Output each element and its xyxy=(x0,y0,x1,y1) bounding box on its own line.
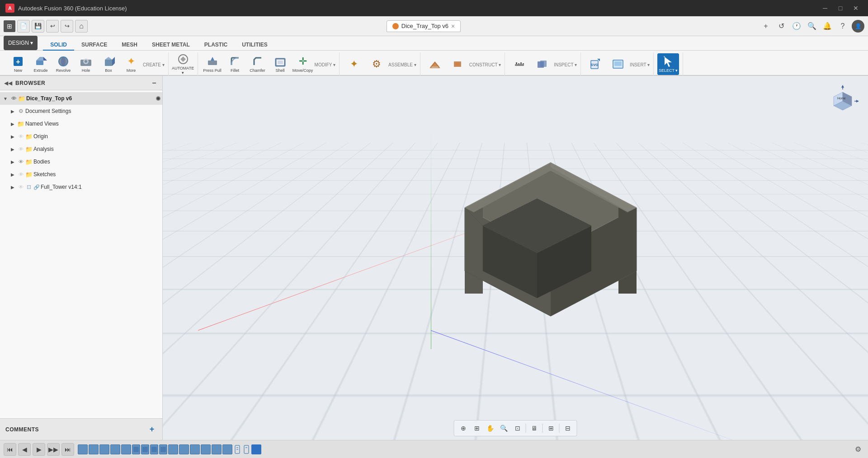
refresh-button[interactable]: ↺ xyxy=(775,20,788,33)
zoom-button[interactable]: 🔍 xyxy=(498,422,510,435)
minimize-button[interactable]: ─ xyxy=(818,3,832,13)
tab-sheet-metal[interactable]: SHEET METAL xyxy=(145,40,197,51)
timeline-step-back-button[interactable]: ◀ xyxy=(18,443,31,456)
tree-item-origin[interactable]: ▶ 👁 📁 Origin xyxy=(0,130,162,143)
move-copy-button[interactable]: ✛ Move/Copy xyxy=(292,53,314,75)
viewport[interactable]: Home ⊕ ⊞ ✋ 🔍 ⊡ 🖥 ⊞ ⊟ xyxy=(163,76,868,440)
orbit-button[interactable]: ⊕ xyxy=(457,422,470,435)
tree-item-document-settings[interactable]: ▶ ⚙ Document Settings xyxy=(0,105,162,117)
timeline-marker-4[interactable] xyxy=(110,444,120,454)
timeline-marker-15[interactable] xyxy=(222,444,232,454)
timeline-marker-13[interactable] xyxy=(201,444,211,454)
timeline-marker-active[interactable] xyxy=(251,444,261,454)
home-button[interactable]: ⌂ xyxy=(75,20,88,33)
box-button[interactable]: Box xyxy=(98,53,119,75)
browser-collapse-button[interactable]: ◀◀ xyxy=(4,79,13,88)
redo-button[interactable]: ↪ xyxy=(61,20,73,33)
timeline-marker-11[interactable] xyxy=(179,444,189,454)
new-component2-button[interactable]: ✦ xyxy=(343,53,365,75)
add-tab-button[interactable]: + xyxy=(760,20,772,33)
timeline-marker-10[interactable] xyxy=(168,444,178,454)
shell-button[interactable]: Shell xyxy=(269,53,291,75)
tab-surface[interactable]: SURFACE xyxy=(74,40,114,51)
timeline-marker-7[interactable] xyxy=(141,444,149,454)
timeline-marker-chain-2[interactable] xyxy=(242,444,250,454)
bodies-visibility-icon[interactable]: 👁 xyxy=(17,158,24,165)
display-settings-button[interactable]: 🖥 xyxy=(528,422,541,435)
timeline-marker-3[interactable] xyxy=(99,444,109,454)
tab-utilities[interactable]: UTILITIES xyxy=(235,40,275,51)
zoom-fit-button[interactable]: ⊡ xyxy=(511,422,524,435)
document-tab[interactable]: Dice_Tray_Top v6 × xyxy=(387,20,461,32)
chamfer-button[interactable]: Chamfer xyxy=(247,53,269,75)
timeline-marker-8[interactable] xyxy=(150,444,158,454)
select-button[interactable]: SELECT ▾ xyxy=(657,53,679,75)
pan-button[interactable]: ✋ xyxy=(484,422,497,435)
bodies-expander[interactable]: ▶ xyxy=(9,158,16,165)
timeline-marker-chain-1[interactable] xyxy=(233,444,241,454)
timeline-play-button[interactable]: ▶ xyxy=(33,443,45,456)
timeline-step-forward-button[interactable]: ▶▶ xyxy=(47,443,60,456)
tree-item-sketches[interactable]: ▶ 👁 📁 Sketches xyxy=(0,168,162,181)
tab-close-button[interactable]: × xyxy=(451,23,455,30)
help-button[interactable]: ? xyxy=(836,20,849,33)
insert-svg-button[interactable]: SVG xyxy=(585,53,606,75)
tree-item-full-tower[interactable]: ▶ 👁 ⊡ 🔗 Full_Tower v14:1 xyxy=(0,181,162,193)
origin-expander[interactable]: ▶ xyxy=(9,133,16,140)
close-button[interactable]: ✕ xyxy=(849,3,863,13)
tree-item-bodies[interactable]: ▶ 👁 📁 Bodies xyxy=(0,155,162,168)
full-tower-expander[interactable]: ▶ xyxy=(9,183,16,191)
viewcube[interactable]: Home xyxy=(825,83,861,119)
axis-button[interactable] xyxy=(447,53,468,75)
timeline-marker-2[interactable] xyxy=(89,444,99,454)
grid-settings-button[interactable]: ⊞ xyxy=(545,422,557,435)
timeline-marker-14[interactable] xyxy=(212,444,222,454)
new-component-button[interactable]: + New xyxy=(7,53,29,75)
analysis-visibility-icon[interactable]: 👁 xyxy=(17,145,24,153)
revolve-button[interactable]: Revolve xyxy=(52,53,74,75)
tab-solid[interactable]: SOLID xyxy=(43,40,74,51)
search-button[interactable]: 🔍 xyxy=(806,20,818,33)
timeline-fast-forward-button[interactable]: ⏭ xyxy=(61,443,74,456)
offset-plane-button[interactable] xyxy=(424,53,446,75)
timeline-marker-9[interactable] xyxy=(159,444,167,454)
comments-add-button[interactable]: + xyxy=(147,425,157,435)
app-grid-button[interactable]: ⊞ xyxy=(4,20,15,32)
timeline-marker-12[interactable] xyxy=(190,444,200,454)
tab-plastic[interactable]: PLASTIC xyxy=(197,40,235,51)
origin-visibility-icon[interactable]: 👁 xyxy=(17,133,24,140)
look-at-button[interactable]: ⊞ xyxy=(471,422,483,435)
save-button[interactable]: 💾 xyxy=(32,20,44,33)
hole-button[interactable]: Hole xyxy=(75,53,97,75)
timeline-marker-6[interactable] xyxy=(132,444,140,454)
new-button[interactable]: 📄 xyxy=(17,20,30,33)
timeline-settings-button[interactable]: ⚙ xyxy=(852,443,864,456)
more-create-button[interactable]: ✦ More xyxy=(120,53,142,75)
undo-button[interactable]: ↩ xyxy=(46,20,59,33)
tab-mesh[interactable]: MESH xyxy=(114,40,145,51)
root-visibility-icon[interactable]: 👁 xyxy=(10,95,17,102)
timeline-marker-5[interactable] xyxy=(121,444,131,454)
timeline-marker-1[interactable] xyxy=(78,444,88,454)
interference-button[interactable] xyxy=(531,53,553,75)
tree-item-named-views[interactable]: ▶ 📁 Named Views xyxy=(0,117,162,130)
maximize-button[interactable]: □ xyxy=(834,3,847,13)
fillet-button[interactable]: Fillet xyxy=(224,53,246,75)
sketches-visibility-icon[interactable]: 👁 xyxy=(17,171,24,178)
root-expander[interactable]: ▼ xyxy=(2,95,9,102)
named-views-expander[interactable]: ▶ xyxy=(9,120,16,127)
insert-canvas-button[interactable] xyxy=(607,53,629,75)
design-workspace-button[interactable]: DESIGN ▾ xyxy=(4,36,38,50)
joint-button[interactable]: ⚙ xyxy=(366,53,387,75)
analysis-expander[interactable]: ▶ xyxy=(9,145,16,153)
timeline-rewind-start-button[interactable]: ⏮ xyxy=(4,443,16,456)
visual-style-button[interactable]: ⊟ xyxy=(561,422,574,435)
automate-button[interactable]: AUTOMATE ▾ xyxy=(172,53,194,75)
sketches-expander[interactable]: ▶ xyxy=(9,171,16,178)
full-tower-visibility-icon[interactable]: 👁 xyxy=(17,183,24,191)
history-button[interactable]: 🕐 xyxy=(790,20,803,33)
press-pull-button[interactable]: Press Pull xyxy=(202,53,223,75)
notifications-button[interactable]: 🔔 xyxy=(821,20,834,33)
browser-minus-button[interactable]: − xyxy=(150,79,159,88)
tree-item-analysis[interactable]: ▶ 👁 📁 Analysis xyxy=(0,143,162,155)
